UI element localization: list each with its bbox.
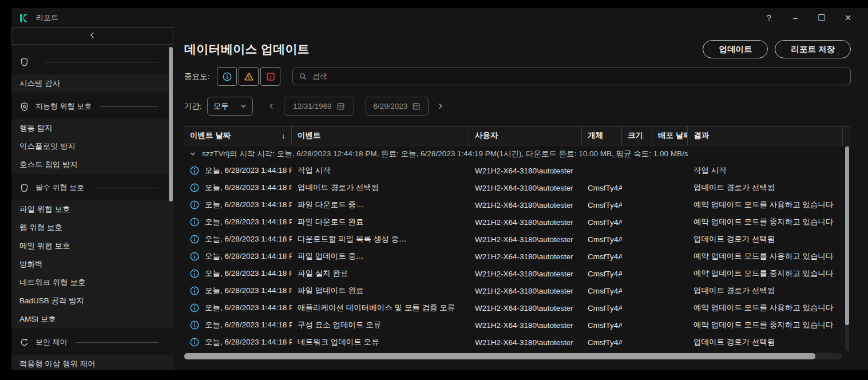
search-icon — [299, 72, 307, 81]
cell-size — [622, 334, 652, 351]
table-row[interactable]: 오늘, 6/28/2023 1:44:18 PM업데이트 경로가 선택됨W21H… — [184, 179, 851, 196]
column-header[interactable]: 크기 — [622, 126, 652, 145]
table-horizontal-scrollbar[interactable] — [184, 353, 842, 359]
sidebar-item[interactable]: 파일 위협 보호 — [11, 200, 173, 219]
cell-event-text: 업데이트 경로가 선택됨 — [298, 183, 379, 193]
sidebar-item-group: 행동 탐지익스플로잇 방지호스트 침입 방지 — [11, 119, 173, 174]
sidebar-item[interactable]: 웹 위협 보호 — [11, 219, 173, 237]
cell-result-text: 예약 업데이트 모드를 사용하고 있습니다 — [693, 251, 834, 262]
sidebar-item-group: 파일 위협 보호웹 위협 보호메일 위협 보호방화벽네트워크 위협 보호BadU… — [11, 200, 173, 328]
table-row[interactable]: 오늘, 6/28/2023 1:44:18 PM네트워크 업데이트 오류W21H… — [184, 334, 851, 351]
sidebar-scrollbar[interactable] — [169, 46, 173, 369]
date-from-value: 12/31/1969 — [293, 102, 332, 110]
cell-release_date — [652, 299, 688, 316]
minimize-button[interactable]: – — [784, 9, 806, 26]
cell-event-text: 네트워크 업데이트 오류 — [298, 337, 379, 347]
sidebar-section-label: 보안 제어 — [35, 337, 68, 347]
column-header-label: 결과 — [693, 130, 709, 141]
table-row[interactable]: 오늘, 6/28/2023 1:44:18 PM작업 시작W21H2-X64-3… — [184, 162, 851, 179]
cell-event-text: 파일 다운로드 중… — [298, 200, 364, 210]
cell-object: CmsfTy4A — [582, 231, 622, 248]
warning-severity-filter-button[interactable] — [239, 67, 259, 86]
cell-user-text: W21H2-X64-3180\autotester — [475, 252, 573, 261]
save-report-button[interactable]: 리포트 저장 — [775, 40, 851, 58]
sidebar-item[interactable]: 메일 위협 보호 — [11, 237, 173, 255]
table-row[interactable]: 오늘, 6/28/2023 1:44:18 PM구성 요소 업데이트 오류W21… — [184, 316, 851, 334]
sidebar-scrollbar-thumb[interactable] — [169, 47, 173, 201]
sidebar-item[interactable]: 호스트 침입 방지 — [11, 156, 173, 174]
cell-event-text: 다운로드할 파일 목록 생성 중… — [298, 234, 407, 244]
page-title: 데이터베이스 업데이트 — [184, 41, 310, 57]
info-icon — [189, 268, 200, 279]
previous-period-button[interactable] — [268, 102, 275, 110]
table-row[interactable]: 오늘, 6/28/2023 1:44:18 PM파일 다운로드 완료W21H2-… — [184, 213, 851, 231]
table-horizontal-scrollbar-thumb[interactable] — [184, 353, 815, 359]
info-severity-filter-button[interactable] — [217, 67, 237, 86]
column-header[interactable]: 개체 — [582, 126, 622, 145]
sidebar-item[interactable]: 방화벽 — [11, 255, 173, 274]
cell-event-text: 파일 설치 완료 — [298, 268, 348, 279]
date-to-field[interactable]: 6/29/2023 — [366, 97, 429, 116]
table-vertical-scrollbar[interactable] — [845, 146, 849, 351]
cell-object-text: CmsfTy4A — [588, 304, 622, 312]
section-divider-line — [100, 106, 158, 107]
help-button[interactable]: ? — [758, 9, 780, 26]
cell-object-text: CmsfTy4A — [588, 235, 622, 244]
cell-user-text: W21H2-X64-3180\autotester — [475, 218, 573, 227]
cell-user-text: W21H2-X64-3180\autotester — [475, 201, 573, 209]
cell-result-text: 업데이트 경로가 선택됨 — [693, 337, 775, 347]
column-header[interactable]: 이벤트 — [292, 126, 469, 145]
section-divider-line — [76, 342, 158, 343]
table-row[interactable]: 오늘, 6/28/2023 1:44:18 PM파일 업데이트 중…W21H2-… — [184, 248, 851, 265]
column-header[interactable]: 결과 — [688, 126, 843, 145]
period-dropdown[interactable]: 모두 — [207, 97, 253, 116]
table-row[interactable]: 오늘, 6/28/2023 1:44:18 PM파일 설치 완료W21H2-X6… — [184, 265, 851, 282]
close-button[interactable]: ✕ — [837, 9, 859, 26]
cell-user: W21H2-X64-3180\autotester — [469, 282, 582, 299]
cell-release_date — [652, 334, 688, 351]
task-group-row[interactable]: szzTVrIj의 시작 시각: 오늘, 6/28/2023 12:44:18 … — [184, 145, 851, 162]
table-row[interactable]: 오늘, 6/28/2023 1:44:18 PM파일 업데이트 완료W21H2-… — [184, 282, 851, 299]
maximize-button[interactable]: ☐ — [811, 9, 833, 26]
sidebar-item[interactable]: BadUSB 공격 방지 — [11, 292, 173, 310]
cell-release_date — [652, 265, 688, 282]
cell-release_date — [652, 179, 688, 196]
sidebar-collapse-button[interactable] — [11, 27, 173, 45]
titlebar: 리포트 ? – ☐ ✕ — [11, 8, 868, 27]
column-header[interactable]: 이벤트 날짜↓ — [184, 126, 292, 145]
table-row[interactable]: 오늘, 6/28/2023 1:44:18 PM파일 다운로드 중…W21H2-… — [184, 196, 851, 213]
sidebar-item[interactable]: AMSI 보호 — [11, 310, 173, 328]
main-panel: 데이터베이스 업데이트 업데이트 리포트 저장 중요도: 검색 기간: 모두 — [173, 27, 868, 370]
cell-release_date — [652, 231, 688, 248]
update-button[interactable]: 업데이트 — [703, 40, 768, 58]
cell-user-text: W21H2-X64-3180\autotester — [475, 270, 573, 278]
sidebar-item[interactable]: 적응형 이상 행위 제어 — [11, 355, 173, 370]
cell-event: 파일 업데이트 완료 — [292, 282, 469, 299]
sidebar-item[interactable]: 네트워크 위협 보호 — [11, 274, 173, 292]
sidebar-item[interactable]: 행동 탐지 — [11, 119, 173, 137]
table-body: szzTVrIj의 시작 시각: 오늘, 6/28/2023 12:44:18 … — [184, 145, 851, 351]
severity-filter-group — [217, 67, 280, 86]
date-from-field[interactable]: 12/31/1969 — [284, 97, 354, 116]
cell-size — [622, 196, 652, 213]
search-input[interactable]: 검색 — [292, 68, 851, 85]
critical-severity-filter-button[interactable] — [260, 67, 280, 86]
cell-date: 오늘, 6/28/2023 1:44:18 PM — [184, 334, 292, 351]
column-header[interactable]: 배포 날짜 — [652, 126, 688, 145]
table-row[interactable]: 오늘, 6/28/2023 1:44:18 PM다운로드할 파일 목록 생성 중… — [184, 231, 851, 248]
chevron-left-icon — [89, 31, 96, 41]
chevron-down-icon — [240, 103, 247, 109]
cell-date: 오늘, 6/28/2023 1:44:18 PM — [184, 248, 292, 265]
cell-user: W21H2-X64-3180\autotester — [469, 196, 582, 213]
next-period-button[interactable] — [437, 102, 444, 110]
cell-object: CmsfTy4A — [582, 265, 622, 282]
sidebar-item[interactable]: 익스플로잇 방지 — [11, 137, 173, 156]
cell-user: W21H2-X64-3180\autotester — [469, 265, 582, 282]
table-vertical-scrollbar-thumb[interactable] — [845, 147, 849, 325]
cell-object: CmsfTy4A — [582, 316, 622, 334]
sidebar-item[interactable]: 시스템 감사 — [11, 74, 173, 93]
cell-result-text: 예약 업데이트 모드를 사용하고 있습니다 — [693, 303, 834, 313]
sidebar: 시스템 감사지능형 위협 보호행동 탐지익스플로잇 방지호스트 침입 방지필수 … — [11, 27, 173, 370]
column-header[interactable]: 사용자 — [469, 126, 582, 145]
table-row[interactable]: 오늘, 6/28/2023 1:44:18 PM애플리케이션 데이터베이스 및 … — [184, 299, 851, 316]
